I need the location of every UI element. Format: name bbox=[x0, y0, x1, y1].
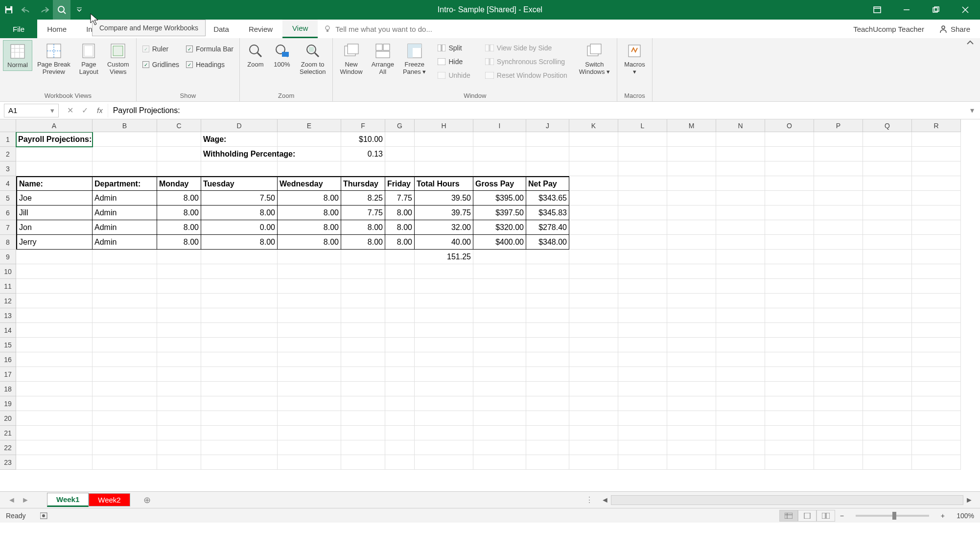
cell-C22[interactable] bbox=[157, 440, 201, 455]
cell-H4[interactable]: Total Hours bbox=[415, 176, 473, 191]
zoom-button[interactable]: Zoom bbox=[243, 40, 268, 70]
cell-R16[interactable] bbox=[912, 352, 961, 367]
cell-Q4[interactable] bbox=[863, 176, 912, 191]
cell-B12[interactable] bbox=[93, 294, 157, 308]
cell-G1[interactable] bbox=[385, 132, 415, 147]
cell-N15[interactable] bbox=[716, 338, 765, 352]
cell-K18[interactable] bbox=[569, 382, 618, 396]
cell-G7[interactable]: 8.00 bbox=[385, 220, 415, 235]
cell-N3[interactable] bbox=[716, 161, 765, 176]
cell-L10[interactable] bbox=[618, 264, 667, 279]
cell-H17[interactable] bbox=[415, 367, 473, 382]
cell-N9[interactable] bbox=[716, 250, 765, 264]
cell-L17[interactable] bbox=[618, 367, 667, 382]
tell-me-search[interactable]: Tell me what you want to do... bbox=[318, 20, 438, 38]
cell-C7[interactable]: 8.00 bbox=[157, 220, 201, 235]
cell-Q19[interactable] bbox=[863, 396, 912, 411]
cell-Q15[interactable] bbox=[863, 338, 912, 352]
cell-D18[interactable] bbox=[201, 382, 278, 396]
cell-F5[interactable]: 8.25 bbox=[341, 191, 385, 206]
cell-D22[interactable] bbox=[201, 440, 278, 455]
unhide-button[interactable]: Unhide bbox=[435, 69, 473, 81]
cell-O4[interactable] bbox=[765, 176, 814, 191]
column-header-e[interactable]: E bbox=[278, 119, 341, 132]
freeze-panes-button[interactable]: FreezePanes ▾ bbox=[399, 40, 430, 77]
cell-O18[interactable] bbox=[765, 382, 814, 396]
cell-G14[interactable] bbox=[385, 323, 415, 338]
cell-O10[interactable] bbox=[765, 264, 814, 279]
cell-B9[interactable] bbox=[93, 250, 157, 264]
horizontal-scrollbar[interactable] bbox=[611, 495, 963, 505]
cell-A3[interactable] bbox=[16, 161, 93, 176]
tab-view[interactable]: View bbox=[282, 20, 318, 38]
cell-H14[interactable] bbox=[415, 323, 473, 338]
maximize-button[interactable] bbox=[921, 0, 951, 20]
cell-I3[interactable] bbox=[473, 161, 526, 176]
cell-F15[interactable] bbox=[341, 338, 385, 352]
cell-L6[interactable] bbox=[618, 206, 667, 220]
column-header-p[interactable]: P bbox=[814, 119, 863, 132]
cell-Q11[interactable] bbox=[863, 279, 912, 294]
cell-E2[interactable] bbox=[278, 147, 341, 161]
cell-B22[interactable] bbox=[93, 440, 157, 455]
cell-K7[interactable] bbox=[569, 220, 618, 235]
qat-customize-button[interactable] bbox=[70, 0, 88, 20]
cell-I16[interactable] bbox=[473, 352, 526, 367]
switch-windows-button[interactable]: SwitchWindows ▾ bbox=[575, 40, 614, 77]
cell-J10[interactable] bbox=[526, 264, 569, 279]
cell-J5[interactable]: $343.65 bbox=[526, 191, 569, 206]
cell-G19[interactable] bbox=[385, 396, 415, 411]
cell-R3[interactable] bbox=[912, 161, 961, 176]
ribbon-display-button[interactable] bbox=[863, 0, 892, 20]
cell-M1[interactable] bbox=[667, 132, 716, 147]
column-header-h[interactable]: H bbox=[415, 119, 473, 132]
sheet-nav-prev[interactable]: ◄ bbox=[5, 496, 19, 504]
collapse-ribbon-button[interactable] bbox=[960, 38, 980, 101]
tab-review[interactable]: Review bbox=[239, 20, 282, 38]
cell-B20[interactable] bbox=[93, 411, 157, 426]
cell-C1[interactable] bbox=[157, 132, 201, 147]
cell-K12[interactable] bbox=[569, 294, 618, 308]
cell-I8[interactable]: $400.00 bbox=[473, 235, 526, 250]
cell-K3[interactable] bbox=[569, 161, 618, 176]
sheet-tab-week2[interactable]: Week2 bbox=[89, 493, 130, 506]
cell-P8[interactable] bbox=[814, 235, 863, 250]
cell-E11[interactable] bbox=[278, 279, 341, 294]
column-header-o[interactable]: O bbox=[765, 119, 814, 132]
cell-Q10[interactable] bbox=[863, 264, 912, 279]
cell-K10[interactable] bbox=[569, 264, 618, 279]
cell-G13[interactable] bbox=[385, 308, 415, 323]
cell-A19[interactable] bbox=[16, 396, 93, 411]
cell-N21[interactable] bbox=[716, 426, 765, 440]
cell-Q17[interactable] bbox=[863, 367, 912, 382]
cell-G20[interactable] bbox=[385, 411, 415, 426]
cell-Q18[interactable] bbox=[863, 382, 912, 396]
cell-H2[interactable] bbox=[415, 147, 473, 161]
formula-bar-checkbox[interactable]: ✓Formula Bar bbox=[183, 43, 236, 55]
cell-G9[interactable] bbox=[385, 250, 415, 264]
cell-A1[interactable]: Payroll Projections: bbox=[16, 132, 93, 147]
cell-L9[interactable] bbox=[618, 250, 667, 264]
cell-R8[interactable] bbox=[912, 235, 961, 250]
cell-L22[interactable] bbox=[618, 440, 667, 455]
cell-D7[interactable]: 0.00 bbox=[201, 220, 278, 235]
cell-J8[interactable]: $348.00 bbox=[526, 235, 569, 250]
cell-A10[interactable] bbox=[16, 264, 93, 279]
cell-D8[interactable]: 8.00 bbox=[201, 235, 278, 250]
row-header-2[interactable]: 2 bbox=[0, 147, 16, 161]
cell-K15[interactable] bbox=[569, 338, 618, 352]
cell-F4[interactable]: Thursday bbox=[341, 176, 385, 191]
cell-L15[interactable] bbox=[618, 338, 667, 352]
tab-split-handle[interactable]: ⋮ bbox=[585, 495, 599, 504]
cell-I23[interactable] bbox=[473, 455, 526, 470]
cell-R6[interactable] bbox=[912, 206, 961, 220]
cell-L4[interactable] bbox=[618, 176, 667, 191]
cell-A7[interactable]: Jon bbox=[16, 220, 93, 235]
cell-R14[interactable] bbox=[912, 323, 961, 338]
cell-O2[interactable] bbox=[765, 147, 814, 161]
cell-O22[interactable] bbox=[765, 440, 814, 455]
cell-F21[interactable] bbox=[341, 426, 385, 440]
cell-E23[interactable] bbox=[278, 455, 341, 470]
cell-K19[interactable] bbox=[569, 396, 618, 411]
cell-L23[interactable] bbox=[618, 455, 667, 470]
